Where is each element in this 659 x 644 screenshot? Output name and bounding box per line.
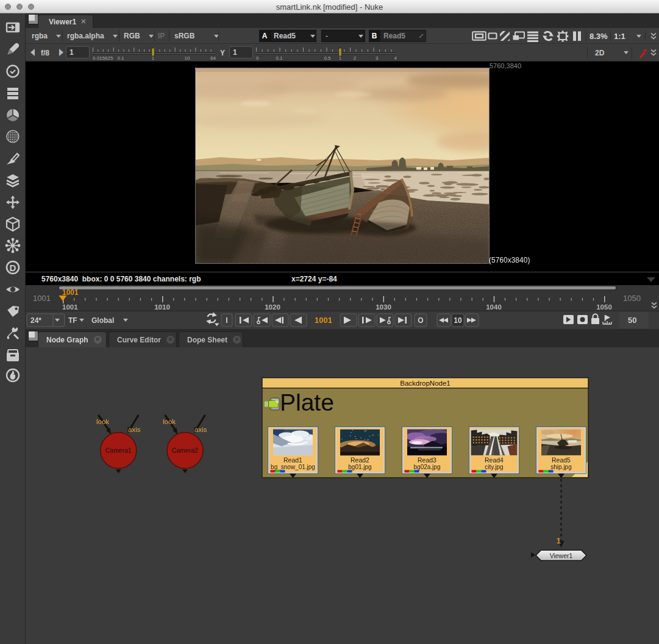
svg-text:bg02a.jpg: bg02a.jpg [414,464,441,470]
svg-text:0.5: 0.5 [324,55,331,61]
svg-text:10: 10 [454,316,462,325]
svg-text:3: 3 [376,55,379,61]
svg-text:1001: 1001 [62,303,78,311]
svg-text:axis: axis [128,426,141,433]
svg-text:bg_snow_01.jpg: bg_snow_01.jpg [271,464,315,470]
svg-text:1030: 1030 [376,303,391,311]
svg-text:Global: Global [91,316,114,325]
svg-text:1001: 1001 [62,288,79,297]
svg-text:1050: 1050 [596,303,612,311]
svg-text:Read4: Read4 [485,456,504,464]
svg-text:2: 2 [354,55,357,61]
svg-text:D: D [10,263,16,273]
svg-text:O: O [418,316,423,325]
svg-text:4: 4 [394,55,397,61]
svg-text:0.1: 0.1 [117,55,124,61]
svg-text:10: 10 [185,55,190,61]
svg-text:Read3: Read3 [418,456,436,464]
svg-text:0.1: 0.1 [276,55,283,61]
svg-text:axis: axis [194,426,207,433]
svg-text:1010: 1010 [154,303,170,311]
svg-text:Read1: Read1 [283,456,302,464]
svg-text:look: look [163,418,176,425]
svg-text:24*: 24* [30,316,41,325]
svg-text:1001: 1001 [315,316,332,325]
svg-text:TF: TF [68,316,77,325]
svg-text:0: 0 [256,55,259,61]
svg-text:Plate: Plate [280,389,334,416]
svg-text:0.015625: 0.015625 [93,55,113,61]
svg-text:BackdropNode1: BackdropNode1 [400,380,450,387]
svg-text:1020: 1020 [265,303,280,311]
svg-text:Viewer1: Viewer1 [550,552,573,559]
svg-text:Camera1: Camera1 [105,447,132,454]
svg-text:50: 50 [628,316,636,325]
svg-text:1: 1 [557,536,561,545]
svg-text:Camera2: Camera2 [172,447,198,454]
svg-text:ship.jpg: ship.jpg [550,464,571,470]
svg-text:bg01.jpg: bg01.jpg [348,464,371,470]
svg-text:64: 64 [210,55,216,61]
svg-text:Read2: Read2 [351,456,369,464]
svg-text:look: look [96,418,109,425]
svg-text:Read5: Read5 [552,456,571,464]
svg-text:I: I [226,316,227,325]
svg-text:city.jpg: city.jpg [485,464,503,470]
svg-text:1040: 1040 [486,303,502,311]
